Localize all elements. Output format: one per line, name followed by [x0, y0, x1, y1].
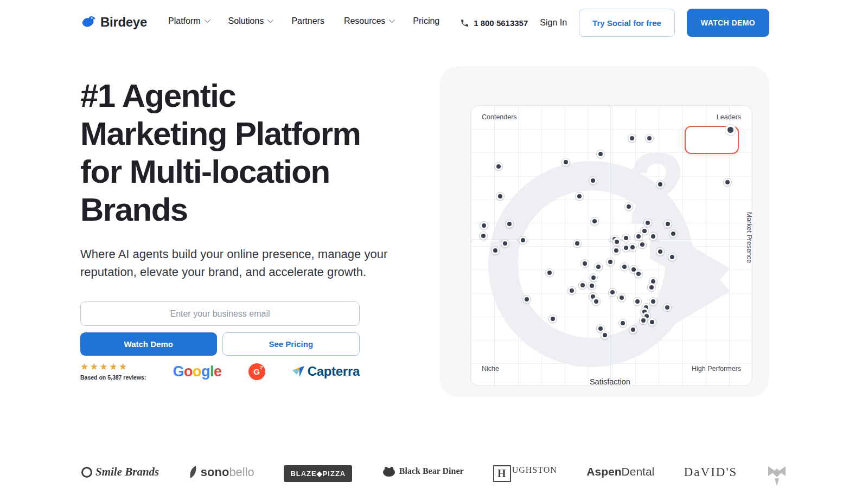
leaf-icon — [189, 465, 197, 479]
brand-logo-blaze-pizza: BLAZE◆PIZZA — [284, 465, 352, 482]
chart-point — [663, 303, 672, 312]
chart-point — [496, 192, 505, 201]
birdeye-logo-icon — [80, 14, 97, 30]
nav-item-label: Pricing — [413, 16, 439, 26]
nav-item-label: Partners — [291, 16, 324, 26]
chart-point — [548, 314, 557, 323]
chart-point — [639, 316, 648, 325]
header: Birdeye PlatformSolutionsPartnersResourc… — [0, 0, 868, 46]
quadrant-high-performers-label: High Performers — [692, 365, 741, 373]
chart-point — [592, 297, 601, 306]
nav-item-label: Solutions — [228, 16, 264, 26]
chart-point — [578, 281, 587, 290]
chart-point — [491, 246, 500, 255]
chart-point — [580, 259, 589, 268]
watch-demo-button[interactable]: Watch Demo — [80, 332, 217, 356]
chart-point-highlighted — [725, 124, 736, 136]
chevron-down-icon — [389, 16, 395, 22]
chart-point — [522, 295, 531, 304]
g2-grid-chart: 2 Contenders Leaders Niche High Performe… — [470, 105, 752, 386]
g2-grid-card: 2 Contenders Leaders Niche High Performe… — [439, 66, 769, 397]
chart-point — [590, 217, 599, 226]
chart-point — [624, 202, 633, 211]
chart-point — [656, 247, 665, 256]
g2-logo-text: G — [253, 367, 260, 376]
reviews-caption: Based on 5,387 reviews: — [80, 374, 146, 381]
rating-summary: ★★★★★ Based on 5,387 reviews: — [80, 362, 146, 381]
chart-point — [608, 288, 617, 297]
brand-logo-black-bear-diner: Black Bear Diner — [382, 465, 464, 477]
quadrant-niche-label: Niche — [482, 365, 499, 373]
cta-row: Watch Demo See Pricing — [80, 332, 360, 356]
main-nav: PlatformSolutionsPartnersResourcesPricin… — [168, 16, 439, 26]
y-axis-label: Market Presence — [745, 211, 752, 262]
google-logo-letter: G — [173, 363, 184, 380]
google-logo-letter: l — [210, 363, 214, 380]
nav-item-label: Resources — [344, 16, 385, 26]
chart-point — [519, 236, 527, 245]
watch-demo-header-button[interactable]: WATCH DEMO — [687, 9, 769, 37]
hero-subtitle: Where AI agents build your online presen… — [80, 245, 417, 281]
quadrant-contenders-label: Contenders — [482, 113, 517, 121]
chart-point — [648, 318, 656, 326]
chart-point — [501, 239, 509, 248]
nav-item-resources[interactable]: Resources — [344, 16, 393, 26]
review-badges: ★★★★★ Based on 5,387 reviews: Google G2 … — [80, 362, 360, 381]
smile-brands-icon — [81, 467, 92, 478]
chart-point — [589, 176, 597, 185]
chart-point — [612, 246, 621, 255]
g2-logo: G2 — [248, 363, 265, 380]
chart-point — [596, 150, 605, 158]
google-logo-letter: g — [201, 363, 210, 380]
sign-in-link[interactable]: Sign In — [540, 18, 567, 28]
phone-icon — [460, 18, 469, 28]
chart-point — [594, 262, 603, 271]
chart-point — [561, 158, 570, 166]
chart-point — [633, 297, 642, 306]
brand-name: Birdeye — [100, 15, 147, 30]
birdeye-logo[interactable]: Birdeye — [80, 14, 147, 30]
x-axis-label: Satisfaction — [590, 377, 630, 386]
chart-point — [663, 220, 672, 228]
see-pricing-button[interactable]: See Pricing — [222, 332, 360, 356]
brand-logo-sonobello: sonobello — [189, 465, 254, 479]
chart-point — [505, 220, 514, 228]
chart-point — [573, 239, 582, 248]
phone-link[interactable]: 1 800 5613357 — [460, 18, 528, 28]
chart-point — [588, 281, 596, 290]
business-email-input[interactable] — [80, 301, 360, 326]
chart-point — [479, 232, 488, 240]
google-logo-letter: o — [184, 363, 193, 380]
chevron-down-icon — [204, 16, 210, 22]
chart-point — [647, 283, 656, 292]
nav-item-solutions[interactable]: Solutions — [228, 16, 272, 26]
chevron-down-icon — [267, 16, 273, 22]
header-right: 1 800 5613357 Sign In Try Social for fre… — [460, 9, 769, 37]
satisfaction-axis-line — [610, 106, 610, 386]
nav-item-platform[interactable]: Platform — [168, 16, 209, 26]
birdeye-homepage: Birdeye PlatformSolutionsPartnersResourc… — [0, 0, 868, 488]
nav-item-partners[interactable]: Partners — [291, 16, 324, 26]
chart-point — [545, 268, 554, 277]
monogram-icon — [767, 465, 787, 487]
capterra-logo: Capterra — [292, 364, 360, 379]
chart-point — [601, 331, 609, 339]
google-logo: Google — [173, 363, 221, 380]
star-rating-icons: ★★★★★ — [80, 362, 146, 372]
chart-point — [656, 180, 665, 189]
brand-logo-hughston-clinic: HUGHSTON — [493, 465, 557, 482]
nav-item-label: Platform — [168, 16, 201, 26]
chart-point — [480, 221, 488, 230]
g2-logo-sup: 2 — [260, 365, 263, 370]
brand-logo-davids: DaVID'S — [684, 465, 738, 479]
brand-logo-aspen-dental: AspenDental — [586, 465, 654, 478]
capterra-logo-text: Capterra — [308, 364, 360, 379]
chart-point — [494, 162, 503, 171]
brand-logo-smile-brands: Smile Brands — [81, 465, 159, 479]
try-social-button[interactable]: Try Social for free — [579, 9, 675, 37]
chart-point — [723, 178, 732, 187]
nav-item-pricing[interactable]: Pricing — [413, 16, 439, 26]
bear-icon — [382, 465, 396, 477]
quadrant-leaders-label: Leaders — [717, 113, 741, 121]
phone-number: 1 800 5613357 — [474, 18, 528, 28]
